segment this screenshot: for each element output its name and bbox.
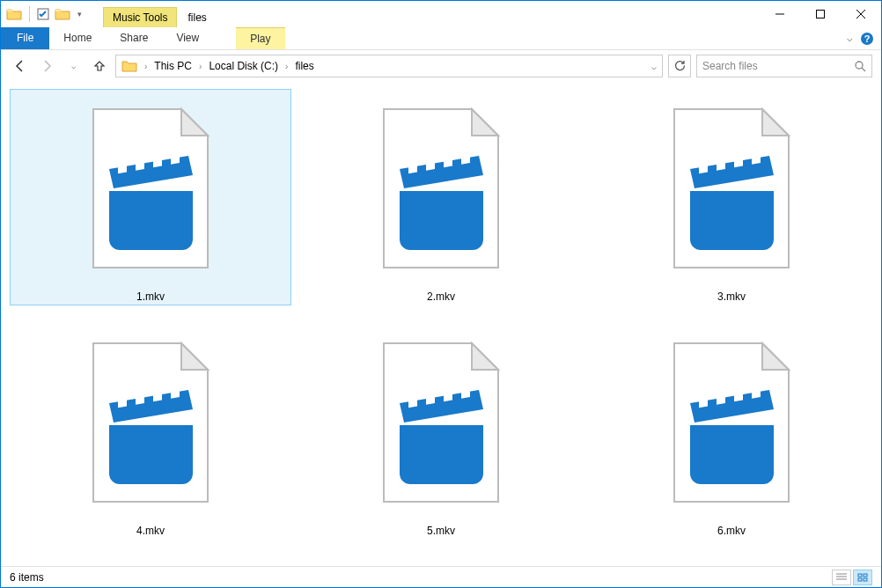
svg-marker-45 (762, 343, 789, 370)
contextual-tab-music-tools[interactable]: Music Tools (103, 7, 177, 27)
svg-rect-48 (717, 389, 725, 405)
tab-share[interactable]: Share (106, 27, 162, 49)
svg-rect-57 (864, 578, 867, 581)
file-name-label: 1.mkv (136, 290, 165, 303)
svg-marker-17 (472, 109, 498, 136)
large-icons-view-button[interactable] (853, 570, 872, 585)
svg-rect-19 (408, 158, 417, 173)
file-item[interactable]: 6.mkv (591, 323, 872, 540)
recent-dropdown-icon[interactable]: ⌵ (62, 55, 84, 77)
navigation-bar: ⌵ › This PC › Local Disk (C:) › files ⌵ (1, 50, 881, 82)
svg-marker-24 (762, 109, 789, 136)
svg-rect-50 (752, 383, 761, 399)
video-file-icon (71, 326, 230, 519)
svg-rect-12 (118, 158, 127, 173)
file-item[interactable]: 2.mkv (300, 89, 582, 305)
file-item[interactable]: 5.mkv (300, 323, 582, 540)
window-controls (760, 1, 881, 27)
file-pane[interactable]: 1.mkv 2.mkv 3.mkv 4.mkv 5.mkv (1, 82, 881, 566)
folder-icon (4, 5, 24, 23)
svg-rect-40 (408, 392, 417, 408)
video-file-icon (362, 92, 520, 285)
breadcrumb-drive[interactable]: Local Disk (C:) (205, 58, 282, 74)
chevron-right-icon[interactable]: › (285, 62, 288, 71)
svg-rect-43 (461, 383, 470, 399)
file-item[interactable]: 3.mkv (591, 89, 872, 305)
maximize-button[interactable] (800, 1, 841, 27)
search-input[interactable] (702, 60, 854, 72)
svg-marker-31 (181, 343, 208, 370)
folder-icon[interactable] (53, 5, 72, 23)
svg-marker-38 (472, 343, 498, 370)
svg-rect-27 (717, 155, 725, 171)
svg-rect-20 (426, 155, 435, 171)
ribbon-expand-icon[interactable]: ⌵ (847, 33, 853, 44)
breadcrumb-this-pc[interactable]: This PC (151, 58, 195, 74)
video-file-icon (71, 92, 230, 285)
up-button[interactable] (89, 55, 110, 77)
file-item[interactable]: 1.mkv (10, 89, 291, 305)
tab-home[interactable]: Home (49, 27, 106, 49)
search-box[interactable] (696, 55, 872, 77)
chevron-right-icon[interactable]: › (144, 62, 147, 71)
svg-rect-34 (136, 389, 144, 405)
svg-line-8 (862, 68, 865, 71)
svg-rect-15 (171, 149, 180, 165)
svg-rect-13 (136, 155, 144, 171)
address-bar[interactable]: › This PC › Local Disk (C:) › files ⌵ (115, 55, 663, 77)
video-file-icon (652, 92, 811, 285)
svg-marker-10 (181, 109, 208, 136)
svg-text:?: ? (864, 33, 871, 44)
file-name-label: 6.mkv (717, 525, 746, 537)
svg-rect-41 (426, 389, 435, 405)
properties-icon[interactable] (35, 6, 51, 22)
tab-file[interactable]: File (1, 27, 49, 49)
file-name-label: 2.mkv (427, 290, 455, 303)
title-bar: ▾ Music Tools files (1, 1, 881, 27)
close-button[interactable] (841, 1, 881, 27)
help-icon[interactable]: ? (860, 32, 874, 46)
folder-icon (118, 57, 141, 75)
svg-rect-56 (858, 578, 862, 581)
file-name-label: 5.mkv (427, 525, 455, 537)
back-button[interactable] (10, 55, 31, 77)
svg-rect-22 (461, 149, 470, 165)
window-title: files (177, 8, 217, 27)
title-tabs: Music Tools files (103, 1, 217, 27)
svg-point-7 (856, 62, 863, 69)
separator (29, 6, 30, 22)
svg-rect-26 (699, 158, 708, 173)
ribbon-tabs: File Home Share View Play ⌵ ? (1, 27, 881, 50)
forward-button[interactable] (36, 55, 57, 77)
search-icon[interactable] (854, 60, 866, 72)
view-toggles (832, 570, 872, 585)
file-item[interactable]: 4.mkv (10, 323, 291, 540)
tab-view[interactable]: View (162, 27, 213, 49)
address-dropdown-icon[interactable]: ⌵ (651, 62, 657, 71)
chevron-right-icon[interactable]: › (199, 62, 202, 71)
status-bar: 6 items (1, 566, 881, 587)
qat-dropdown-icon[interactable]: ▾ (74, 10, 85, 18)
breadcrumb-folder[interactable]: files (291, 58, 317, 74)
quick-access-toolbar: ▾ (4, 5, 85, 23)
item-count: 6 items (10, 571, 44, 584)
minimize-button[interactable] (760, 1, 800, 27)
svg-rect-54 (858, 574, 862, 577)
svg-rect-14 (153, 151, 162, 167)
svg-rect-42 (444, 386, 452, 401)
svg-rect-29 (752, 149, 761, 165)
refresh-button[interactable] (668, 55, 691, 77)
file-name-label: 4.mkv (136, 525, 165, 537)
details-view-button[interactable] (832, 570, 851, 585)
svg-rect-2 (817, 11, 825, 18)
svg-rect-33 (118, 392, 127, 408)
tab-play[interactable]: Play (236, 27, 284, 49)
svg-rect-35 (153, 386, 162, 401)
svg-rect-47 (699, 392, 708, 408)
file-name-label: 3.mkv (717, 290, 746, 303)
svg-rect-28 (734, 151, 743, 167)
svg-rect-21 (444, 151, 452, 167)
svg-rect-49 (734, 386, 743, 401)
video-file-icon (362, 326, 520, 519)
video-file-icon (652, 326, 811, 519)
